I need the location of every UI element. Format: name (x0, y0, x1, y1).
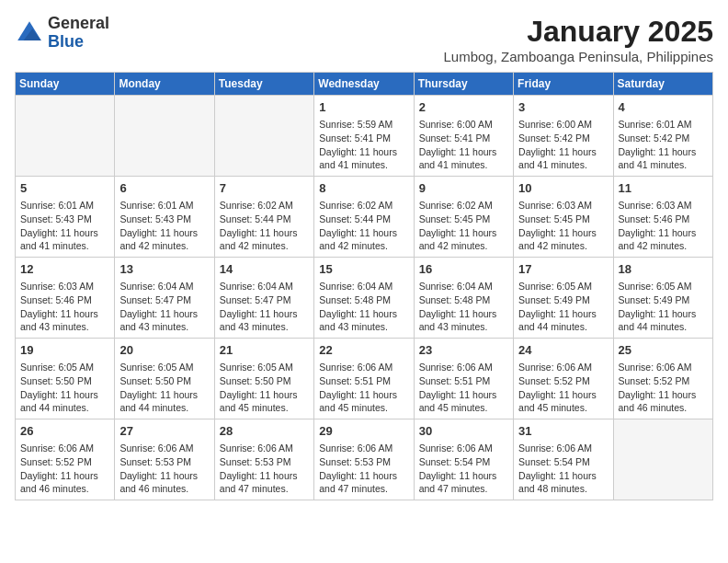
sunset-text: Sunset: 5:46 PM (619, 213, 690, 224)
calendar-cell: 10 Sunrise: 6:03 AM Sunset: 5:45 PM Dayl… (514, 177, 613, 258)
calendar-cell: 1 Sunrise: 5:59 AM Sunset: 5:41 PM Dayli… (314, 96, 414, 177)
col-thursday: Thursday (414, 73, 513, 96)
sunset-text: Sunset: 5:50 PM (20, 375, 92, 386)
week-row-4: 19 Sunrise: 6:05 AM Sunset: 5:50 PM Dayl… (16, 339, 713, 419)
sunset-text: Sunset: 5:50 PM (220, 375, 291, 386)
daylight-text: Daylight: 11 hours and 45 minutes. (319, 389, 397, 414)
col-friday: Friday (514, 73, 613, 96)
sunrise-text: Sunrise: 5:59 AM (319, 119, 392, 130)
day-number: 19 (20, 342, 109, 359)
calendar-cell: 29 Sunrise: 6:06 AM Sunset: 5:53 PM Dayl… (314, 419, 414, 500)
sunrise-text: Sunrise: 6:05 AM (220, 362, 293, 373)
week-row-3: 12 Sunrise: 6:03 AM Sunset: 5:46 PM Dayl… (16, 258, 713, 339)
daylight-text: Daylight: 11 hours and 42 minutes. (220, 227, 298, 252)
sunset-text: Sunset: 5:53 PM (220, 456, 291, 467)
sunset-text: Sunset: 5:51 PM (319, 375, 391, 386)
sunrise-text: Sunrise: 6:00 AM (419, 119, 493, 130)
sunrise-text: Sunrise: 6:06 AM (518, 362, 592, 373)
calendar-cell (613, 419, 712, 500)
daylight-text: Daylight: 11 hours and 41 minutes. (619, 146, 697, 171)
day-number: 15 (319, 261, 408, 278)
sunrise-text: Sunrise: 6:06 AM (119, 442, 193, 454)
sunrise-text: Sunrise: 6:06 AM (319, 442, 392, 454)
calendar-cell (16, 96, 115, 177)
sunset-text: Sunset: 5:52 PM (518, 375, 590, 386)
calendar-cell (115, 96, 214, 177)
day-number: 17 (518, 261, 608, 278)
col-saturday: Saturday (613, 73, 712, 96)
daylight-text: Daylight: 11 hours and 44 minutes. (619, 308, 697, 333)
calendar-cell: 19 Sunrise: 6:05 AM Sunset: 5:50 PM Dayl… (16, 339, 115, 419)
logo-general: General (48, 14, 109, 32)
sunrise-text: Sunrise: 6:04 AM (419, 281, 493, 292)
calendar-cell (214, 96, 313, 177)
day-number: 25 (619, 342, 708, 359)
sunrise-text: Sunrise: 6:05 AM (119, 362, 193, 373)
sunrise-text: Sunrise: 6:04 AM (220, 281, 293, 292)
calendar-cell: 25 Sunrise: 6:06 AM Sunset: 5:52 PM Dayl… (613, 339, 712, 419)
col-wednesday: Wednesday (314, 73, 414, 96)
daylight-text: Daylight: 11 hours and 42 minutes. (419, 227, 497, 252)
sunrise-text: Sunrise: 6:06 AM (20, 442, 94, 454)
calendar-cell: 6 Sunrise: 6:01 AM Sunset: 5:43 PM Dayli… (115, 177, 214, 258)
daylight-text: Daylight: 11 hours and 47 minutes. (319, 470, 397, 495)
daylight-text: Daylight: 11 hours and 43 minutes. (119, 308, 198, 333)
daylight-text: Daylight: 11 hours and 44 minutes. (119, 389, 198, 414)
week-row-1: 1 Sunrise: 5:59 AM Sunset: 5:41 PM Dayli… (16, 96, 713, 177)
calendar-cell: 8 Sunrise: 6:02 AM Sunset: 5:44 PM Dayli… (314, 177, 414, 258)
page-title: January 2025 (443, 15, 713, 49)
day-number: 4 (619, 99, 708, 116)
sunrise-text: Sunrise: 6:02 AM (319, 200, 392, 211)
week-row-5: 26 Sunrise: 6:06 AM Sunset: 5:52 PM Dayl… (16, 419, 713, 500)
daylight-text: Daylight: 11 hours and 48 minutes. (518, 470, 597, 495)
calendar-cell: 14 Sunrise: 6:04 AM Sunset: 5:47 PM Dayl… (214, 258, 313, 339)
sunrise-text: Sunrise: 6:03 AM (20, 281, 94, 292)
day-number: 20 (119, 342, 209, 359)
day-number: 11 (619, 180, 708, 197)
sunset-text: Sunset: 5:48 PM (319, 294, 391, 305)
calendar-cell: 30 Sunrise: 6:06 AM Sunset: 5:54 PM Dayl… (414, 419, 513, 500)
calendar-cell: 11 Sunrise: 6:03 AM Sunset: 5:46 PM Dayl… (613, 177, 712, 258)
calendar-cell: 4 Sunrise: 6:01 AM Sunset: 5:42 PM Dayli… (613, 96, 712, 177)
day-number: 7 (220, 180, 309, 197)
day-number: 5 (20, 180, 109, 197)
day-number: 30 (419, 423, 508, 440)
sunset-text: Sunset: 5:49 PM (619, 294, 690, 305)
page-subtitle: Lumbog, Zamboanga Peninsula, Philippines (443, 49, 713, 64)
col-tuesday: Tuesday (214, 73, 313, 96)
sunset-text: Sunset: 5:43 PM (119, 213, 191, 224)
day-number: 16 (419, 261, 508, 278)
day-number: 31 (518, 423, 608, 440)
sunset-text: Sunset: 5:47 PM (220, 294, 291, 305)
sunset-text: Sunset: 5:53 PM (119, 456, 191, 467)
sunrise-text: Sunrise: 6:05 AM (619, 281, 692, 292)
calendar-cell: 27 Sunrise: 6:06 AM Sunset: 5:53 PM Dayl… (115, 419, 214, 500)
day-number: 14 (220, 261, 309, 278)
daylight-text: Daylight: 11 hours and 42 minutes. (319, 227, 397, 252)
day-number: 28 (220, 423, 309, 440)
daylight-text: Daylight: 11 hours and 43 minutes. (319, 308, 397, 333)
daylight-text: Daylight: 11 hours and 44 minutes. (20, 389, 98, 414)
sunset-text: Sunset: 5:42 PM (619, 132, 690, 144)
calendar-table: Sunday Monday Tuesday Wednesday Thursday… (15, 72, 713, 500)
daylight-text: Daylight: 11 hours and 41 minutes. (20, 227, 98, 252)
sunrise-text: Sunrise: 6:06 AM (220, 442, 293, 454)
daylight-text: Daylight: 11 hours and 45 minutes. (220, 389, 298, 414)
calendar-cell: 5 Sunrise: 6:01 AM Sunset: 5:43 PM Dayli… (16, 177, 115, 258)
day-number: 6 (119, 180, 209, 197)
sunrise-text: Sunrise: 6:06 AM (419, 442, 493, 454)
sunset-text: Sunset: 5:45 PM (518, 213, 590, 224)
daylight-text: Daylight: 11 hours and 42 minutes. (619, 227, 697, 252)
sunrise-text: Sunrise: 6:03 AM (619, 200, 692, 211)
logo-text: General Blue (48, 15, 109, 52)
day-number: 12 (20, 261, 109, 278)
sunset-text: Sunset: 5:41 PM (419, 132, 491, 144)
sunset-text: Sunset: 5:47 PM (119, 294, 191, 305)
calendar-cell: 20 Sunrise: 6:05 AM Sunset: 5:50 PM Dayl… (115, 339, 214, 419)
calendar-cell: 26 Sunrise: 6:06 AM Sunset: 5:52 PM Dayl… (16, 419, 115, 500)
daylight-text: Daylight: 11 hours and 41 minutes. (319, 146, 397, 171)
daylight-text: Daylight: 11 hours and 47 minutes. (220, 470, 298, 495)
calendar-cell: 12 Sunrise: 6:03 AM Sunset: 5:46 PM Dayl… (16, 258, 115, 339)
logo-blue: Blue (48, 32, 84, 51)
title-block: January 2025 Lumbog, Zamboanga Peninsula… (443, 15, 713, 64)
